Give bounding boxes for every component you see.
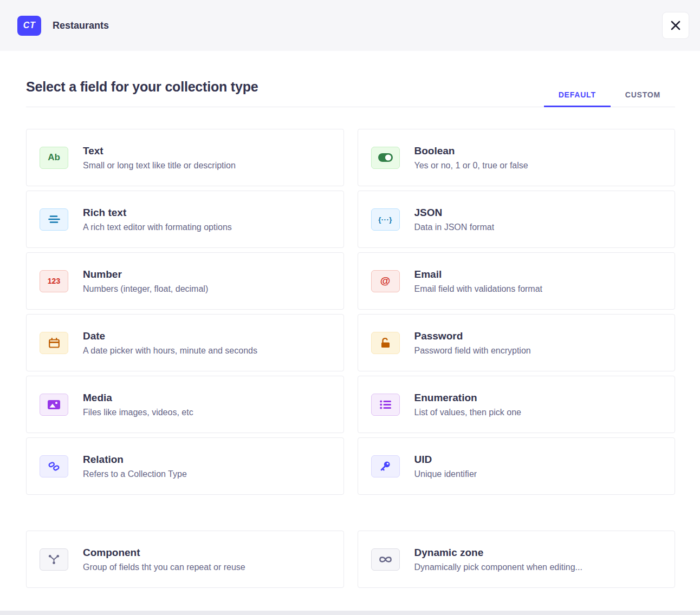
close-icon <box>671 21 680 30</box>
uid-icon <box>371 455 400 477</box>
title-row: Select a field for your collection type … <box>26 79 675 107</box>
field-card-text: Dynamic zone Dynamically pick component … <box>414 547 582 572</box>
field-card-text: Rich text A rich text editor with format… <box>83 207 232 232</box>
field-card-text: Enumeration List of values, then pick on… <box>414 392 521 417</box>
modal-body: Select a field for your collection type … <box>0 79 700 588</box>
rich-text-icon <box>40 208 68 231</box>
collection-type-badge: CT <box>17 16 41 36</box>
field-card-text: Number Numbers (integer, float, decimal) <box>83 269 208 294</box>
modal-header: CT Restaurants <box>0 0 700 51</box>
field-card-description: Small or long text like title or descrip… <box>83 161 236 171</box>
relation-icon <box>40 455 68 477</box>
field-card-text: Media Files like images, videos, etc <box>83 392 193 417</box>
dynamic-zone-icon <box>371 548 400 571</box>
field-card-text: Relation Refers to a Collection Type <box>83 454 187 479</box>
field-card-title: Number <box>83 269 208 280</box>
field-card-description: Yes or no, 1 or 0, true or false <box>414 161 528 171</box>
text-icon: Ab <box>40 147 68 169</box>
field-card-title: JSON <box>414 207 495 219</box>
field-card-enumeration[interactable]: Enumeration List of values, then pick on… <box>358 376 676 433</box>
field-card-description: Unique identifier <box>414 469 477 479</box>
field-card-description: Dynamically pick component when editing.… <box>414 562 582 572</box>
field-card-description: A rich text editor with formating option… <box>83 223 232 232</box>
field-card-boolean[interactable]: Boolean Yes or no, 1 or 0, true or false <box>358 129 676 186</box>
field-card-description: Email field with validations format <box>414 284 543 294</box>
field-card-text: UID Unique identifier <box>414 454 477 479</box>
field-card-json[interactable]: {···} JSON Data in JSON format <box>358 191 676 248</box>
field-card-text: Component Group of fields tht you can re… <box>83 547 245 572</box>
field-card-uid[interactable]: UID Unique identifier <box>358 437 676 495</box>
field-card-text: Password Password field with encryption <box>414 330 531 356</box>
json-icon: {···} <box>371 208 400 231</box>
default-fields-grid: Ab Text Small or long text like title or… <box>26 129 675 495</box>
field-card-text: JSON Data in JSON format <box>414 207 495 232</box>
component-icon <box>40 548 68 571</box>
enumeration-icon <box>371 394 400 416</box>
field-card-description: Data in JSON format <box>414 223 495 232</box>
date-icon <box>40 332 68 354</box>
field-card-date[interactable]: Date A date picker with hours, minute an… <box>26 314 344 371</box>
tab-bar: DEFAULT CUSTOM <box>544 83 675 107</box>
field-card-title: Rich text <box>83 207 232 219</box>
tab-custom[interactable]: CUSTOM <box>611 83 675 107</box>
field-card-description: Refers to a Collection Type <box>83 469 187 479</box>
field-card-title: Relation <box>83 454 187 466</box>
field-card-email[interactable]: @ Email Email field with validations for… <box>358 252 676 310</box>
field-card-title: UID <box>414 454 477 466</box>
password-icon <box>371 332 400 354</box>
field-card-title: Component <box>83 547 245 559</box>
field-card-description: List of values, then pick one <box>414 408 521 417</box>
media-icon <box>40 394 68 416</box>
page-title: Select a field for your collection type <box>26 79 258 95</box>
field-card-title: Password <box>414 330 531 342</box>
field-card-relation[interactable]: Relation Refers to a Collection Type <box>26 437 344 495</box>
field-card-title: Date <box>83 330 257 342</box>
field-card-text: Text Small or long text like title or de… <box>83 145 236 171</box>
field-card-description: Numbers (integer, float, decimal) <box>83 284 208 294</box>
field-card-text: Boolean Yes or no, 1 or 0, true or false <box>414 145 528 171</box>
footer-strip <box>0 611 700 615</box>
field-card-component[interactable]: Component Group of fields tht you can re… <box>26 531 344 588</box>
boolean-icon <box>371 147 400 169</box>
field-card-title: Enumeration <box>414 392 521 404</box>
field-card-media[interactable]: Media Files like images, videos, etc <box>26 376 344 433</box>
field-card-dynamic-zone[interactable]: Dynamic zone Dynamically pick component … <box>358 531 676 588</box>
number-icon: 123 <box>40 270 68 292</box>
field-card-description: A date picker with hours, minute and sec… <box>83 346 257 356</box>
advanced-fields-grid: Component Group of fields tht you can re… <box>26 531 675 588</box>
field-card-rich-text[interactable]: Rich text A rich text editor with format… <box>26 191 344 248</box>
email-icon: @ <box>371 270 400 292</box>
field-card-title: Media <box>83 392 193 404</box>
field-card-title: Text <box>83 145 236 157</box>
field-card-description: Group of fields tht you can repeat or re… <box>83 562 245 572</box>
close-button[interactable] <box>662 12 689 39</box>
field-card-number[interactable]: 123 Number Numbers (integer, float, deci… <box>26 252 344 310</box>
field-card-text[interactable]: Ab Text Small or long text like title or… <box>26 129 344 186</box>
field-card-title: Dynamic zone <box>414 547 582 559</box>
field-card-description: Password field with encryption <box>414 346 531 356</box>
modal-title: Restaurants <box>53 20 109 31</box>
field-card-text: Date A date picker with hours, minute an… <box>83 330 257 356</box>
field-card-text: Email Email field with validations forma… <box>414 269 543 294</box>
tab-default[interactable]: DEFAULT <box>544 83 611 107</box>
field-card-password[interactable]: Password Password field with encryption <box>358 314 676 371</box>
field-card-description: Files like images, videos, etc <box>83 408 193 417</box>
field-card-title: Email <box>414 269 543 280</box>
field-card-title: Boolean <box>414 145 528 157</box>
